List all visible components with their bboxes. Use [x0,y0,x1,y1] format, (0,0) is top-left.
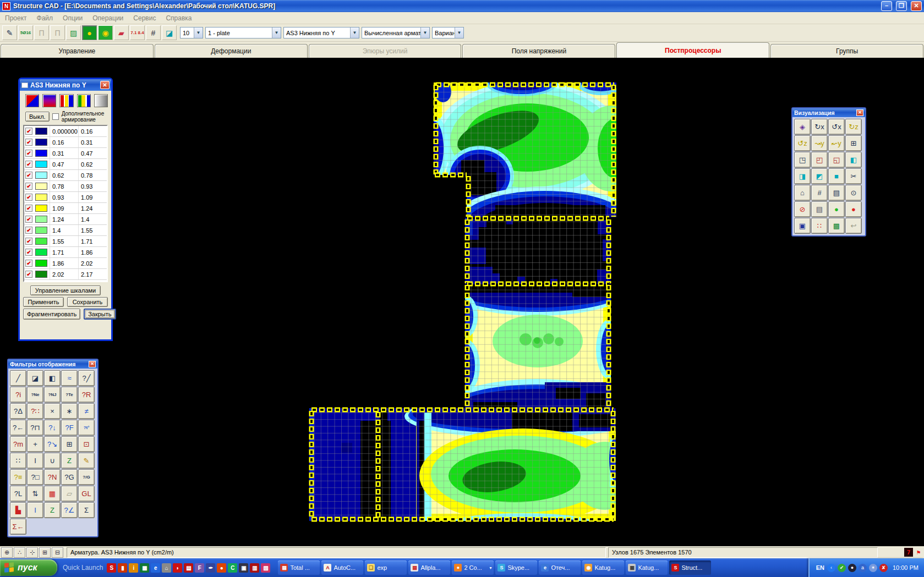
frame-3d-icon[interactable]: # [811,185,828,201]
element-numbers-icon[interactable]: ?Ne [27,387,43,403]
home-icon[interactable]: ⌂ [162,563,171,573]
plate-gray-icon[interactable]: ▱ [61,486,78,502]
photo-icon[interactable]: ▣ [794,218,811,234]
chevron-down-icon[interactable]: ▼ [350,28,359,38]
red-grid-icon[interactable]: ▦ [44,486,61,502]
task-skype[interactable]: SSkype... [495,560,537,575]
row-checkbox[interactable]: ✔ [25,205,32,212]
face-corner-icon[interactable]: ◩ [811,168,828,184]
tab-postprocessory[interactable]: Постпроцессоры [616,42,769,58]
links-icon[interactable]: ≠ [78,403,95,419]
face-top-icon[interactable]: ◧ [845,152,862,168]
shelf-icon[interactable]: ▤ [828,185,845,201]
rotate-y-icon[interactable]: ↝y [811,135,828,151]
filters-toolbox-titlebar[interactable]: Фильтры отображения ✕ [8,360,97,369]
stripes-rgb-icon[interactable] [59,94,73,107]
coord-origin-icon[interactable]: ⊕ [1,547,13,558]
isofields-icon[interactable]: ◉ [98,25,113,40]
pencil-info-icon[interactable]: ?╱ [78,370,95,386]
task-2co[interactable]: ●2 Co...▾ [452,560,494,575]
beam-section-icon[interactable]: I [27,453,43,469]
shield-x-icon[interactable]: ✘ [879,564,888,572]
chevron-down-icon[interactable]: ▾ [489,565,491,570]
rotate-y2-icon[interactable]: ↜y [828,135,845,151]
cube-view-icon[interactable]: ◳ [794,152,811,168]
off-button[interactable]: Выкл. [25,112,50,122]
paint-icon[interactable]: ▧ [261,563,270,573]
nodal-load-icon[interactable]: ?↓ [44,420,61,436]
model-edit-icon[interactable]: ✎ [2,25,17,40]
task-exp[interactable]: ❏exp [365,560,407,575]
rotate-z-icon[interactable]: ↻z [845,119,862,135]
grid-shift-icon[interactable]: ⊡ [78,436,95,452]
rotate-x2-icon[interactable]: ↺x [828,119,845,135]
face-all-icon[interactable]: ■ [828,168,845,184]
column-b-icon[interactable]: Π [50,25,65,40]
zoom-icon[interactable]: ⊙ [845,185,862,201]
axes-icon[interactable]: + [27,436,43,452]
menu-Операции[interactable]: Операции [88,13,128,23]
row-checkbox[interactable]: ✔ [25,150,32,157]
cube-axes-icon[interactable]: ⊞ [845,135,862,151]
close-button[interactable]: ✕ [911,1,922,11]
viz-toolbox-titlebar[interactable]: Визуализация ✕ [792,108,865,117]
rigidity-icon[interactable]: ?R [78,387,95,403]
a-icon[interactable]: a [859,564,867,572]
isofields-active-icon[interactable]: ● [82,25,97,40]
row-checkbox[interactable]: ✔ [25,172,32,179]
result-chart-icon[interactable]: ▙ [10,502,26,518]
restore-button[interactable]: ❐ [896,1,907,11]
menu-Опции[interactable]: Опции [58,13,88,23]
task-[interactable]: eОтеч... [539,560,581,575]
scissors-icon[interactable]: ✂ [845,168,862,184]
layers-icon[interactable]: ?≡ [10,469,26,485]
back-icon[interactable]: ‹ [827,564,835,572]
menu-Сервис[interactable]: Сервис [128,13,161,23]
row-checkbox[interactable]: ✔ [25,161,32,168]
fem-contour-plot[interactable] [0,58,924,546]
length-icon[interactable]: ?L [10,486,26,502]
row-checkbox[interactable]: ✔ [25,249,32,256]
orb-icon[interactable]: ● [217,563,226,573]
app-green-icon[interactable]: ▦ [140,563,149,573]
row-checkbox[interactable]: ✔ [25,271,32,278]
c-icon[interactable]: C [228,563,237,573]
chevron-down-icon[interactable]: ▼ [420,28,429,38]
coord-snap-icon[interactable]: ⊟ [52,547,63,558]
additional-armature-checkbox[interactable] [52,113,59,120]
task-autoc[interactable]: AAutoC... [321,560,363,575]
dotted-grid-icon[interactable]: ∷ [10,453,26,469]
combo-element-type[interactable]: 1 - plate▼ [205,27,281,39]
group-g-icon[interactable]: ?G [61,469,78,485]
grid-icon[interactable]: ⊞ [61,436,78,452]
nodes-icon[interactable]: × [44,403,61,419]
spring-icon[interactable]: ≈ [61,370,78,386]
doc-red-icon[interactable]: ▤ [184,563,193,573]
fr-icon[interactable]: F [195,563,204,573]
element-types-icon[interactable]: ?Te [61,387,78,403]
task-katug[interactable]: ▦Katug... [626,560,668,575]
manage-scales-button[interactable]: Управление шкалами [30,285,101,295]
row-checkbox[interactable]: ✔ [25,238,32,245]
ink-icon[interactable]: ✒ [206,563,215,573]
plate-forces-icon[interactable]: ?N [44,469,61,485]
load-return-icon[interactable]: ?← [10,420,26,436]
model-canvas[interactable] [0,58,924,546]
row-checkbox[interactable]: ✔ [25,227,32,234]
task-allpla[interactable]: ▤Allpla... [408,560,450,575]
supports-icon[interactable]: ?Δ [10,403,26,419]
sum-grid-icon[interactable]: Σ [78,502,95,518]
gradient-blue-red-icon[interactable] [42,94,56,107]
nodes-small-icon[interactable]: ∗ [61,403,78,419]
scad-icon[interactable]: S [107,563,116,573]
facade-icon[interactable]: ⌂ [794,185,811,201]
diag-red-blue-icon[interactable] [25,94,39,107]
task-struct[interactable]: SStruct... [669,560,711,575]
combo-number[interactable]: 10▼ [180,27,203,39]
coord-grid-icon[interactable]: ⊞ [39,547,51,558]
menu-Файл[interactable]: Файл [32,13,58,23]
node-info-icon[interactable]: ?i [10,387,26,403]
gl-beam-icon[interactable]: GL [78,486,95,502]
combo-armature[interactable]: Вычисленная армату▼ [362,27,430,39]
row-checkbox[interactable]: ✔ [25,194,32,201]
